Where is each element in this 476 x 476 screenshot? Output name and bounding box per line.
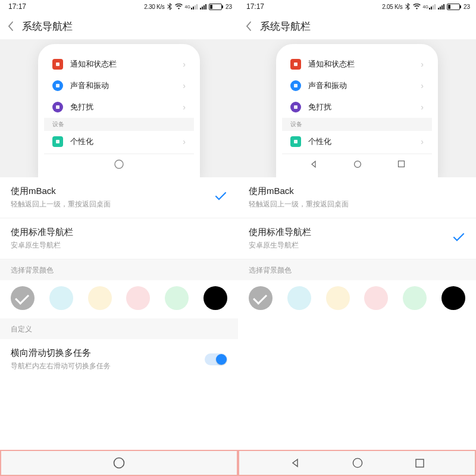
signal-4g-icon: 4G <box>423 4 436 10</box>
color-swatch-1[interactable] <box>287 286 311 310</box>
sound-icon <box>52 80 63 91</box>
preview-nav-mback <box>44 154 194 174</box>
mback-home-icon[interactable] <box>112 456 126 469</box>
svg-rect-8 <box>294 105 298 109</box>
preview-list-item: 免打扰 › <box>44 96 194 118</box>
status-time: 17:17 <box>246 2 264 11</box>
svg-rect-3 <box>56 140 60 143</box>
section-bg-color: 选择背景颜色 <box>238 259 476 280</box>
status-bar: 17:17 2.30 K/s 4G 23 <box>0 0 238 13</box>
swipe-multitask-row: 横向滑动切换多任务 导航栏内左右滑动可切换多任务 <box>0 339 238 380</box>
chevron-right-icon: › <box>421 137 424 146</box>
color-swatch-3[interactable] <box>126 286 150 310</box>
nav-preview: 通知和状态栏 › 声音和振动 › 免打扰 › 设备 个性化 › <box>0 39 238 177</box>
color-swatch-5[interactable] <box>203 286 227 310</box>
wifi-icon <box>413 4 421 10</box>
color-swatch-row <box>0 280 238 318</box>
battery-icon <box>447 4 460 10</box>
color-swatch-row <box>238 280 476 318</box>
preview-item-label: 声音和振动 <box>308 81 414 91</box>
chevron-right-icon: › <box>421 60 424 69</box>
preview-item-label: 免打扰 <box>70 102 176 112</box>
svg-rect-13 <box>416 459 424 467</box>
svg-point-5 <box>114 458 124 468</box>
network-speed: 2.05 K/s <box>382 4 402 10</box>
nav-recent-icon[interactable] <box>415 458 425 468</box>
wifi-icon <box>175 4 183 10</box>
option-desc: 安卓原生导航栏 <box>11 240 73 250</box>
preview-list-item: 个性化 › <box>282 131 432 152</box>
mback-home-icon <box>114 159 124 170</box>
phone-mock: 通知和状态栏 › 声音和振动 › 免打扰 › 设备 个性化 › <box>276 44 438 177</box>
color-swatch-0[interactable] <box>11 286 35 310</box>
preview-item-label: 个性化 <box>70 137 176 147</box>
color-swatch-2[interactable] <box>326 286 350 310</box>
preview-list-item: 声音和振动 › <box>282 75 432 96</box>
option-desc: 轻触返回上一级，重按返回桌面 <box>11 199 111 209</box>
title-bar: 系统导航栏 <box>238 13 476 39</box>
chevron-right-icon: › <box>183 102 186 112</box>
svg-rect-1 <box>56 84 60 87</box>
battery-percent: 23 <box>226 4 232 10</box>
swipe-multitask-toggle[interactable] <box>205 353 227 365</box>
nav-back-icon[interactable] <box>290 458 300 468</box>
preview-list-item: 个性化 › <box>44 131 194 152</box>
nav-recent-icon <box>397 160 405 168</box>
chevron-right-icon: › <box>183 60 186 69</box>
personalization-icon <box>290 136 301 147</box>
color-swatch-4[interactable] <box>403 286 427 310</box>
back-icon[interactable] <box>245 21 252 32</box>
chevron-right-icon: › <box>421 81 424 90</box>
signal-icon <box>438 4 444 10</box>
nav-option-0[interactable]: 使用mBack 轻触返回上一级，重按返回桌面 <box>0 177 238 218</box>
preview-item-label: 免打扰 <box>308 102 414 112</box>
color-swatch-0[interactable] <box>249 286 273 310</box>
nav-home-icon[interactable] <box>352 457 364 469</box>
network-speed: 2.30 K/s <box>144 4 164 10</box>
battery-icon <box>209 4 222 10</box>
preview-item-label: 个性化 <box>308 137 414 147</box>
option-desc: 轻触返回上一级，重按返回桌面 <box>249 199 349 209</box>
check-icon <box>452 232 465 245</box>
preview-item-label: 通知和状态栏 <box>308 60 414 70</box>
option-title: 使用mBack <box>11 186 111 197</box>
svg-rect-0 <box>56 62 60 66</box>
nav-option-1[interactable]: 使用标准导航栏 安卓原生导航栏 <box>238 218 476 259</box>
svg-point-10 <box>354 161 361 167</box>
option-title: 使用标准导航栏 <box>11 227 73 238</box>
bluetooth-icon <box>405 3 411 10</box>
system-nav-bar[interactable] <box>238 450 476 476</box>
signal-4g-icon: 4G <box>185 4 198 10</box>
status-bar: 17:17 2.05 K/s 4G 23 <box>238 0 476 13</box>
section-custom: 自定义 <box>0 318 238 339</box>
color-swatch-3[interactable] <box>364 286 388 310</box>
color-swatch-5[interactable] <box>441 286 465 310</box>
notification-icon <box>52 59 63 70</box>
svg-rect-11 <box>398 161 404 167</box>
system-nav-bar[interactable] <box>0 450 238 476</box>
nav-home-icon <box>353 160 362 168</box>
title-bar: 系统导航栏 <box>0 13 238 39</box>
color-swatch-1[interactable] <box>49 286 73 310</box>
nav-preview: 通知和状态栏 › 声音和振动 › 免打扰 › 设备 个性化 › <box>238 39 476 177</box>
nav-option-1[interactable]: 使用标准导航栏 安卓原生导航栏 <box>0 218 238 259</box>
color-swatch-4[interactable] <box>165 286 189 310</box>
notification-icon <box>290 59 301 70</box>
page-title: 系统导航栏 <box>260 20 311 33</box>
chevron-right-icon: › <box>183 81 186 90</box>
preview-section-header: 设备 <box>282 118 432 131</box>
chevron-right-icon: › <box>421 102 424 112</box>
check-icon <box>214 191 227 204</box>
back-icon[interactable] <box>7 21 14 32</box>
preview-nav-standard <box>282 154 432 174</box>
color-swatch-2[interactable] <box>88 286 112 310</box>
nav-option-0[interactable]: 使用mBack 轻触返回上一级，重按返回桌面 <box>238 177 476 218</box>
preview-list-item: 通知和状态栏 › <box>282 54 432 75</box>
section-bg-color: 选择背景颜色 <box>0 259 238 280</box>
status-time: 17:17 <box>8 2 26 11</box>
dnd-icon <box>290 102 301 112</box>
chevron-right-icon: › <box>183 137 186 146</box>
svg-rect-9 <box>294 140 298 143</box>
option-title: 使用标准导航栏 <box>249 227 311 238</box>
svg-rect-2 <box>56 105 60 109</box>
